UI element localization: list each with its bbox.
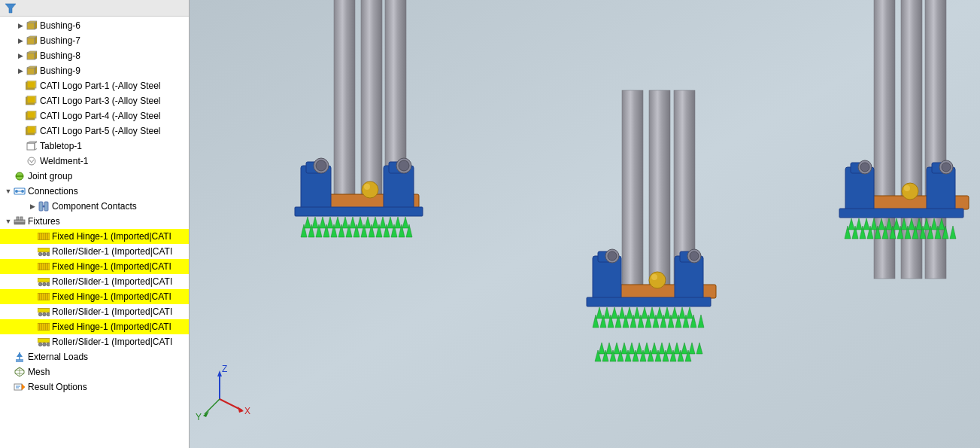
expand-arrow[interactable]: ▶ bbox=[15, 50, 26, 61]
svg-rect-64 bbox=[38, 309, 50, 312]
expand-arrow[interactable]: ▶ bbox=[15, 35, 26, 46]
svg-point-220 bbox=[904, 185, 910, 191]
svg-point-29 bbox=[21, 190, 24, 193]
svg-rect-32 bbox=[44, 202, 48, 211]
svg-rect-36 bbox=[20, 217, 23, 220]
svg-point-105 bbox=[362, 181, 378, 198]
svg-point-67 bbox=[47, 312, 50, 315]
svg-marker-0 bbox=[5, 4, 16, 13]
tree-item-cati1[interactable]: CATI Logo Part-1 (-Alloy Steel bbox=[0, 78, 189, 93]
svg-rect-145 bbox=[675, 256, 703, 300]
tree-item-external-loads[interactable]: External Loads bbox=[0, 349, 189, 364]
item-label: Tabletop-1 bbox=[40, 141, 82, 151]
svg-line-86 bbox=[15, 367, 20, 370]
expand-arrow[interactable]: ▶ bbox=[27, 201, 38, 212]
svg-rect-21 bbox=[27, 143, 35, 150]
part-icon bbox=[26, 110, 38, 122]
result-icon bbox=[14, 381, 26, 393]
tree-item-cati4[interactable]: CATI Logo Part-4 (-Alloy Steel bbox=[0, 108, 189, 123]
expand-spacer bbox=[3, 171, 14, 181]
fixture-fixed-icon bbox=[38, 261, 50, 273]
svg-rect-211 bbox=[845, 167, 874, 211]
tree-item-joint-group[interactable]: Joint group bbox=[0, 169, 189, 184]
item-label: Fixed Hinge-1 (Imported|CATI bbox=[52, 261, 171, 272]
expand-spacer bbox=[27, 291, 38, 302]
expand-arrow[interactable]: ▶ bbox=[15, 66, 26, 76]
tree-item-bushing8[interactable]: ▶ Bushing-8 bbox=[0, 48, 189, 63]
tree-item-roller-slider-1c[interactable]: Roller/Slider-1 (Imported|CATI bbox=[0, 304, 189, 319]
tree-item-fixed-hinge-1d[interactable]: Fixed Hinge-1 (Imported|CATI bbox=[0, 319, 189, 334]
item-label: Connections bbox=[28, 186, 78, 197]
item-label: Roller/Slider-1 (Imported|CATI bbox=[52, 337, 172, 347]
item-label: CATI Logo Part-3 (-Alloy Steel bbox=[40, 96, 161, 106]
tree-item-bushing9[interactable]: ▶ Bushing-9 bbox=[0, 63, 189, 78]
tree-item-cati3[interactable]: CATI Logo Part-3 (-Alloy Steel bbox=[0, 93, 189, 108]
expand-spacer bbox=[27, 276, 38, 287]
expand-spacer bbox=[27, 322, 38, 332]
svg-rect-10 bbox=[27, 68, 35, 75]
svg-point-45 bbox=[38, 252, 41, 255]
part-icon bbox=[26, 95, 38, 107]
svg-point-219 bbox=[902, 183, 918, 200]
svg-point-77 bbox=[47, 343, 50, 346]
tree-item-weldment[interactable]: Weldment-1 bbox=[0, 154, 189, 169]
tree-item-fixed-hinge-1a[interactable]: Fixed Hinge-1 (Imported|CATI bbox=[0, 229, 189, 244]
expand-arrow-fixtures[interactable]: ▼ bbox=[3, 216, 14, 227]
item-label: Bushing-7 bbox=[40, 35, 80, 46]
tree-item-component-contacts[interactable]: ▶ Component Contacts bbox=[0, 199, 189, 214]
svg-rect-16 bbox=[27, 96, 36, 103]
tree-item-mesh[interactable]: Mesh bbox=[0, 364, 189, 379]
tree-item-connections[interactable]: ▼ Connections bbox=[0, 184, 189, 199]
tree-item-fixtures[interactable]: ▼ Fixtures bbox=[0, 214, 189, 229]
tree-item-bushing7[interactable]: ▶ Bushing-7 bbox=[0, 33, 189, 48]
item-label: Mesh bbox=[28, 367, 50, 377]
fixture-fixed-icon bbox=[38, 230, 50, 242]
svg-point-76 bbox=[43, 343, 46, 346]
item-label: Fixed Hinge-1 (Imported|CATI bbox=[52, 231, 171, 242]
svg-line-87 bbox=[20, 367, 24, 370]
svg-point-214 bbox=[860, 163, 869, 172]
svg-rect-34 bbox=[14, 220, 25, 223]
svg-rect-137 bbox=[622, 90, 643, 286]
expand-arrow[interactable]: ▶ bbox=[15, 20, 26, 31]
main-viewport[interactable]: Z X Y bbox=[190, 0, 980, 448]
tree-item-bushing6[interactable]: ▶ Bushing-6 bbox=[0, 18, 189, 33]
svg-rect-107 bbox=[295, 207, 423, 216]
fixtures-icon bbox=[14, 215, 26, 227]
svg-rect-141 bbox=[593, 256, 621, 300]
tree-item-cati5[interactable]: CATI Logo Part-5 (-Alloy Steel bbox=[0, 123, 189, 139]
item-label: Fixtures bbox=[28, 216, 60, 227]
joint-icon bbox=[14, 170, 26, 182]
tree-item-roller-slider-1d[interactable]: Roller/Slider-1 (Imported|CATI bbox=[0, 334, 189, 349]
svg-marker-6 bbox=[35, 36, 37, 44]
tree-container[interactable]: ▶ Bushing-6 ▶ Bushing-7 ▶ Bushing-8 ▶ bbox=[0, 17, 189, 448]
svg-rect-54 bbox=[38, 279, 50, 282]
tree-item-tabletop[interactable]: Tabletop-1 bbox=[0, 139, 189, 154]
expand-spacer bbox=[15, 96, 26, 106]
tree-item-fixed-hinge-1b[interactable]: Fixed Hinge-1 (Imported|CATI bbox=[0, 259, 189, 274]
svg-point-46 bbox=[43, 252, 46, 255]
svg-rect-74 bbox=[38, 339, 50, 343]
svg-rect-7 bbox=[27, 53, 35, 59]
svg-rect-151 bbox=[587, 297, 711, 306]
item-label: Fixed Hinge-1 (Imported|CATI bbox=[52, 322, 171, 332]
svg-point-75 bbox=[38, 343, 41, 346]
part-icon bbox=[26, 80, 38, 92]
tree-item-roller-slider-1b[interactable]: Roller/Slider-1 (Imported|CATI bbox=[0, 274, 189, 289]
tree-item-fixed-hinge-1c[interactable]: Fixed Hinge-1 (Imported|CATI bbox=[0, 289, 189, 304]
item-label: Joint group bbox=[28, 171, 72, 181]
svg-point-150 bbox=[651, 274, 657, 280]
cube-icon bbox=[26, 65, 38, 77]
item-label: Roller/Slider-1 (Imported|CATI bbox=[52, 246, 172, 257]
expand-arrow-connections[interactable]: ▼ bbox=[3, 186, 14, 197]
tree-item-roller-slider-1a[interactable]: Roller/Slider-1 (Imported|CATI bbox=[0, 244, 189, 259]
svg-rect-44 bbox=[38, 248, 50, 252]
svg-text:Y: Y bbox=[196, 412, 202, 422]
fixture-roller-icon bbox=[38, 276, 50, 288]
tree-item-result-options[interactable]: Result Options bbox=[0, 379, 189, 395]
filter-icon[interactable] bbox=[5, 2, 17, 14]
svg-point-148 bbox=[690, 251, 699, 261]
expand-spacer bbox=[27, 246, 38, 257]
cube-icon bbox=[26, 35, 38, 47]
fixture-roller-icon bbox=[38, 245, 50, 258]
